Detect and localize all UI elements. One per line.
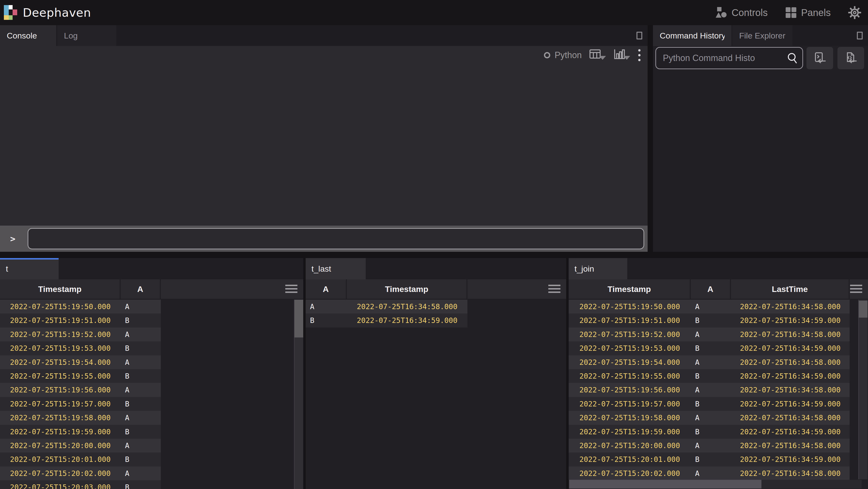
panels-label: Panels <box>801 7 831 18</box>
maximize-icon[interactable] <box>637 32 642 39</box>
cell-timestamp: 2022-07-25T15:19:53.000 <box>0 341 121 355</box>
cell-timestamp: 2022-07-25T15:19:52.000 <box>569 328 691 341</box>
settings-button[interactable] <box>848 6 861 19</box>
table-row[interactable]: 2022-07-25T15:19:56.000A2022-07-25T16:34… <box>569 383 849 397</box>
vertical-scrollbar[interactable] <box>858 300 868 479</box>
chart-dropdown-button[interactable] <box>614 50 630 61</box>
cell-timestamp: 2022-07-25T15:19:50.000 <box>569 300 691 314</box>
table-panel-t: t TimestampA2022-07-25T15:19:50.000A2022… <box>0 258 303 489</box>
cell-timestamp: 2022-07-25T15:19:58.000 <box>0 411 121 425</box>
table-body: 2022-07-25T15:19:50.000A2022-07-25T15:19… <box>0 300 303 489</box>
panels-button[interactable]: Panels <box>785 7 831 19</box>
cell-timestamp: 2022-07-25T16:34:59.000 <box>347 314 467 327</box>
table-row[interactable]: 2022-07-25T15:19:56.000A <box>0 383 161 397</box>
cell-lasttime: 2022-07-25T16:34:58.000 <box>731 300 849 314</box>
table-row[interactable]: 2022-07-25T15:20:00.000A2022-07-25T16:34… <box>569 438 849 452</box>
table-row[interactable]: 2022-07-25T15:19:55.000B <box>0 369 161 383</box>
cell-timestamp: 2022-07-25T15:19:51.000 <box>0 314 121 327</box>
column-header-a[interactable]: A <box>306 280 347 299</box>
table-row[interactable]: 2022-07-25T15:19:57.000B2022-07-25T16:34… <box>569 397 849 411</box>
table-t-last: ATimestampA2022-07-25T16:34:58.000B2022-… <box>306 280 566 489</box>
table-row[interactable]: 2022-07-25T15:19:53.000B2022-07-25T16:34… <box>569 341 849 355</box>
cell-timestamp: 2022-07-25T15:20:00.000 <box>569 438 691 452</box>
cell-lasttime: 2022-07-25T16:34:58.000 <box>731 328 849 341</box>
table-t: TimestampA2022-07-25T15:19:50.000A2022-0… <box>0 280 303 489</box>
table-row[interactable]: 2022-07-25T15:19:53.000B <box>0 341 161 355</box>
cell-lasttime: 2022-07-25T16:34:59.000 <box>731 452 849 466</box>
column-header-a[interactable]: A <box>121 280 161 299</box>
table-row[interactable]: 2022-07-25T15:19:54.000A <box>0 355 161 369</box>
column-header-lasttime[interactable]: LastTime <box>731 280 849 299</box>
tab-file-explorer[interactable]: File Explorer <box>733 25 793 46</box>
controls-button[interactable]: Controls <box>715 6 768 19</box>
cell-a: B <box>691 425 731 438</box>
cell-a: A <box>121 411 161 425</box>
table-row[interactable]: 2022-07-25T15:20:01.000B <box>0 452 161 466</box>
table-row[interactable]: 2022-07-25T15:19:58.000A2022-07-25T16:34… <box>569 411 849 425</box>
cell-timestamp: 2022-07-25T15:19:52.000 <box>0 328 121 341</box>
overflow-menu-button[interactable] <box>638 49 641 62</box>
send-to-console-icon <box>813 52 826 64</box>
table-row[interactable]: 2022-07-25T15:20:02.000A2022-07-25T16:34… <box>569 466 849 480</box>
cell-a: B <box>121 480 161 489</box>
table-row[interactable]: 2022-07-25T15:20:03.000B <box>0 480 161 489</box>
tab-log[interactable]: Log <box>57 25 116 46</box>
tab-t-last[interactable]: t_last <box>306 258 366 280</box>
console-tab-bar: Console Log <box>0 25 648 46</box>
table-row[interactable]: 2022-07-25T15:19:55.000B2022-07-25T16:34… <box>569 369 849 383</box>
table-header: TimestampALastTime <box>569 280 868 299</box>
table-row[interactable]: 2022-07-25T15:20:01.000B2022-07-25T16:34… <box>569 452 849 466</box>
tab-command-history[interactable]: Command History <box>653 25 732 46</box>
table-row[interactable]: 2022-07-25T15:19:51.000B2022-07-25T16:34… <box>569 314 849 327</box>
cell-a: A <box>121 328 161 341</box>
send-to-notebook-button[interactable] <box>837 47 864 69</box>
scrollbar-thumb[interactable] <box>569 480 762 489</box>
cell-lasttime: 2022-07-25T16:34:59.000 <box>731 425 849 438</box>
table-row[interactable]: 2022-07-25T15:19:52.000A <box>0 328 161 341</box>
vertical-scrollbar[interactable] <box>294 300 303 489</box>
tab-t[interactable]: t <box>0 258 59 280</box>
column-header-timestamp[interactable]: Timestamp <box>0 280 121 299</box>
table-row[interactable]: 2022-07-25T15:19:54.000A2022-07-25T16:34… <box>569 355 849 369</box>
scrollbar-thumb[interactable] <box>859 301 868 318</box>
table-row[interactable]: 2022-07-25T15:20:02.000A <box>0 466 161 480</box>
maximize-icon[interactable] <box>857 32 863 39</box>
panel-divider[interactable] <box>648 25 653 252</box>
search-input[interactable] <box>656 48 802 68</box>
cell-lasttime: 2022-07-25T16:34:59.000 <box>731 397 849 411</box>
table-dropdown-button[interactable] <box>589 50 606 61</box>
tab-t-join[interactable]: t_join <box>569 258 627 280</box>
table-row[interactable]: 2022-07-25T15:19:51.000B <box>0 314 161 327</box>
table-row[interactable]: 2022-07-25T15:20:00.000A <box>0 438 161 452</box>
table-row[interactable]: A2022-07-25T16:34:58.000 <box>306 300 467 314</box>
table-row[interactable]: 2022-07-25T15:19:50.000A2022-07-25T16:34… <box>569 300 849 314</box>
table-menu-icon[interactable] <box>850 285 862 293</box>
scrollbar-thumb[interactable] <box>294 300 303 337</box>
cell-a: A <box>691 466 731 480</box>
table-menu-icon[interactable] <box>285 285 298 293</box>
console-input-row: > <box>0 226 648 252</box>
table-menu-icon[interactable] <box>548 285 560 293</box>
column-header-timestamp[interactable]: Timestamp <box>569 280 691 299</box>
table-row[interactable]: 2022-07-25T15:19:59.000B <box>0 425 161 438</box>
table-row[interactable]: 2022-07-25T15:19:58.000A <box>0 411 161 425</box>
cell-a: A <box>691 383 731 397</box>
column-header-timestamp[interactable]: Timestamp <box>347 280 467 299</box>
search-icon <box>787 53 798 64</box>
cell-a: A <box>691 300 731 314</box>
table-row[interactable]: B2022-07-25T16:34:59.000 <box>306 314 467 327</box>
grid-region: t TimestampA2022-07-25T15:19:50.000A2022… <box>0 258 868 489</box>
table-row[interactable]: 2022-07-25T15:19:57.000B <box>0 397 161 411</box>
cell-timestamp: 2022-07-25T15:19:58.000 <box>569 411 691 425</box>
cell-a: B <box>306 314 347 327</box>
table-row[interactable]: 2022-07-25T15:19:50.000A <box>0 300 161 314</box>
deephaven-logo-icon <box>4 5 18 20</box>
controls-icon <box>715 6 727 19</box>
console-input[interactable] <box>28 228 644 249</box>
send-to-console-button[interactable] <box>806 47 833 69</box>
horizontal-scrollbar[interactable] <box>569 480 862 489</box>
table-row[interactable]: 2022-07-25T15:19:59.000B2022-07-25T16:34… <box>569 425 849 438</box>
tab-console[interactable]: Console <box>0 25 56 46</box>
column-header-a[interactable]: A <box>691 280 731 299</box>
table-row[interactable]: 2022-07-25T15:19:52.000A2022-07-25T16:34… <box>569 328 849 341</box>
